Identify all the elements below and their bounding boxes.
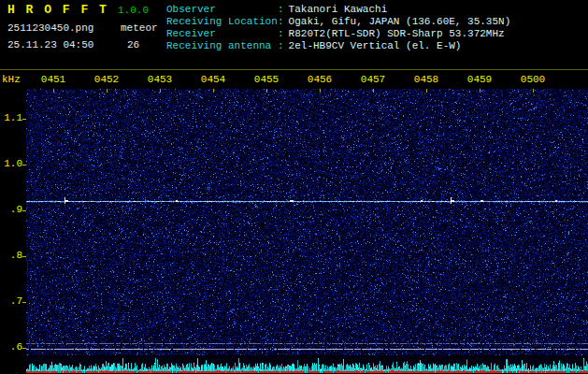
mode-label: meteor [121, 22, 158, 34]
hrofft-window: H R O F F T 1.0.0 2511230450.png meteor … [0, 0, 588, 374]
info-label: Receiving Location [166, 16, 278, 28]
freq-tick-label: .7 [0, 295, 22, 307]
time-tick-label: 0456 [305, 74, 335, 85]
output-filename: 2511230450.png [7, 22, 93, 34]
freq-tick-label: 1.0 [0, 158, 22, 169]
time-tick-label: 0458 [411, 74, 441, 85]
signal-level-strip-canvas [26, 357, 588, 373]
time-tick-label: 0455 [251, 74, 281, 85]
time-tick-label: 0453 [145, 74, 175, 85]
info-colon: : [278, 40, 284, 51]
info-colon: : [278, 28, 284, 39]
time-tick-label: 0454 [198, 74, 228, 85]
spectrogram-canvas [26, 89, 588, 355]
station-info-row: Receiver:R820T2(RTL-SDR) SDR-Sharp 53.37… [166, 28, 510, 40]
timestamp: 25.11.23 04:50 [7, 39, 93, 50]
station-info: Observer:Takanori KawachiReceiving Locat… [166, 4, 510, 52]
time-tick-label: 0457 [358, 74, 388, 85]
freq-tick-label: .6 [0, 341, 22, 352]
freq-tick-label: .9 [0, 204, 22, 215]
station-info-row: Receiving Location:Ogaki, Gifu, JAPAN (1… [166, 16, 510, 28]
info-value: 2el-HB9CV Vertical (el. E-W) [289, 40, 462, 51]
time-tick-label: 0452 [92, 74, 122, 85]
freq-tick-label: 1.1 [0, 112, 22, 123]
app-version: 1.0.0 [118, 5, 149, 16]
info-label: Observer [166, 4, 278, 16]
time-tick-label: 0459 [465, 74, 495, 85]
info-label: Receiver [166, 28, 278, 40]
header-separator [0, 69, 588, 70]
time-tick-label: 0451 [38, 74, 68, 85]
station-info-row: Observer:Takanori Kawachi [166, 4, 510, 16]
station-info-row: Receiving antenna:2el-HB9CV Vertical (el… [166, 40, 510, 52]
y-axis-unit-label: kHz [2, 74, 21, 85]
info-value: Ogaki, Gifu, JAPAN (136.60E, 35.35N) [289, 16, 511, 27]
info-label: Receiving antenna [166, 40, 278, 52]
info-value: Takanori Kawachi [289, 4, 388, 15]
time-tick-label: 0500 [518, 74, 548, 85]
info-colon: : [278, 16, 284, 27]
info-colon: : [278, 4, 284, 15]
app-title: H R O F F T [7, 3, 108, 17]
info-value: R820T2(RTL-SDR) SDR-Sharp 53.372MHz [289, 28, 505, 39]
freq-tick-label: .8 [0, 250, 22, 261]
meteor-count: 26 [127, 39, 139, 50]
